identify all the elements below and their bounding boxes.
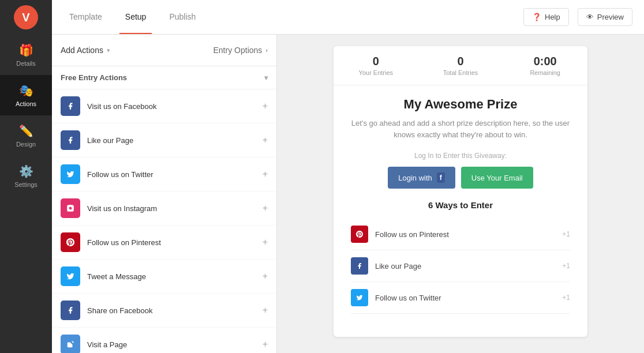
stat-total-entries: 0 Total Entries (418, 55, 503, 76)
stat-remaining: 0:00 Remaining (503, 55, 587, 76)
twitter-follow-icon (61, 164, 80, 184)
add-visit-page-button[interactable]: + (263, 339, 268, 350)
tab-template[interactable]: Template (63, 0, 108, 34)
main-area: Template Setup Publish ❓ Help 👁 Preview (52, 0, 644, 353)
sidebar-item-details[interactable]: 🎁 Details (0, 35, 52, 75)
vyper-logo-icon: V (14, 5, 38, 29)
way-twitter[interactable]: Follow us on Twitter +1 (351, 282, 570, 314)
nav-tabs: Template Setup Publish (63, 0, 201, 34)
add-actions-button[interactable]: Add Actions ▾ (61, 46, 110, 55)
facebook-like-icon (61, 130, 80, 150)
sidebar-item-settings[interactable]: ⚙️ Settings (0, 156, 52, 196)
instagram-icon (61, 198, 80, 218)
svg-text:V: V (22, 11, 30, 24)
left-panel-header: Add Actions ▾ Entry Options › (52, 35, 276, 66)
your-entries-value: 0 (334, 55, 418, 68)
fb-logo: f (437, 172, 445, 183)
sidebar-label-details: Details (16, 60, 36, 67)
sidebar: V 🎁 Details 🎭 Actions ✏️ Design ⚙️ Setti… (0, 0, 52, 353)
sidebar-label-actions: Actions (16, 100, 36, 107)
left-panel: Add Actions ▾ Entry Options › Free Entry… (52, 35, 277, 353)
giveaway-title: My Awesome Prize (351, 97, 570, 112)
settings-icon: ⚙️ (19, 164, 33, 178)
way-pinterest[interactable]: Follow us on Pinterest +1 (351, 219, 570, 250)
total-entries-label: Total Entries (418, 69, 503, 76)
action-visit-page[interactable]: Visit a Page + (52, 328, 276, 353)
action-visit-instagram[interactable]: Visit us on Instagram + (52, 191, 276, 226)
logo: V (0, 0, 52, 35)
add-follow-twitter-button[interactable]: + (263, 169, 268, 179)
entry-options-chevron-icon: › (265, 47, 268, 54)
add-share-facebook-button[interactable]: + (263, 305, 268, 316)
add-actions-chevron-icon: ▾ (107, 47, 110, 54)
add-visit-instagram-button[interactable]: + (263, 203, 268, 213)
login-label: Log In to Enter this Giveaway: (351, 152, 570, 160)
help-icon: ❓ (532, 13, 541, 21)
tab-publish[interactable]: Publish (163, 0, 201, 34)
preview-icon: 👁 (586, 13, 594, 21)
right-panel: 0 Your Entries 0 Total Entries 0:00 Rema… (277, 35, 644, 353)
way-twitter-label: Follow us on Twitter (375, 294, 555, 302)
visit-page-icon (61, 335, 80, 353)
giveaway-description: Let's go ahead and add a short prize des… (351, 118, 570, 140)
add-visit-facebook-button[interactable]: + (263, 101, 268, 111)
pinterest-way-icon (351, 226, 368, 243)
facebook-way-icon (351, 257, 368, 275)
facebook-icon (61, 96, 80, 116)
way-pinterest-points: +1 (562, 230, 570, 238)
action-share-facebook[interactable]: Share on Facebook + (52, 294, 276, 328)
actions-icon: 🎭 (19, 84, 33, 97)
way-twitter-points: +1 (562, 294, 570, 302)
sidebar-label-design: Design (16, 141, 36, 148)
login-buttons: Login with f Use Your Email (351, 167, 570, 189)
nav-actions: ❓ Help 👁 Preview (523, 8, 632, 26)
free-entry-section-header[interactable]: Free Entry Actions ▾ (52, 66, 276, 89)
action-follow-pinterest[interactable]: Follow us on Pinterest + (52, 226, 276, 260)
stats-row: 0 Your Entries 0 Total Entries 0:00 Rema… (334, 46, 587, 85)
design-icon: ✏️ (19, 124, 33, 138)
action-tweet-message[interactable]: Tweet a Message + (52, 260, 276, 294)
add-tweet-message-button[interactable]: + (263, 271, 268, 281)
top-nav: Template Setup Publish ❓ Help 👁 Preview (52, 0, 644, 35)
remaining-label: Remaining (503, 69, 587, 76)
way-facebook[interactable]: Like our Page +1 (351, 250, 570, 282)
help-button[interactable]: ❓ Help (523, 8, 569, 26)
tab-setup[interactable]: Setup (119, 0, 152, 34)
giveaway-card: 0 Your Entries 0 Total Entries 0:00 Rema… (334, 46, 587, 337)
left-panel-list: Free Entry Actions ▾ Visit us on Faceboo… (52, 66, 276, 353)
login-email-button[interactable]: Use Your Email (461, 167, 533, 189)
way-facebook-points: +1 (562, 262, 570, 270)
login-facebook-button[interactable]: Login with f (388, 167, 455, 189)
preview-button[interactable]: 👁 Preview (578, 8, 632, 26)
sidebar-label-settings: Settings (14, 181, 38, 188)
add-follow-pinterest-button[interactable]: + (263, 237, 268, 247)
way-pinterest-label: Follow us on Pinterest (375, 230, 555, 239)
free-entry-chevron-icon: ▾ (264, 74, 268, 82)
details-icon: 🎁 (19, 43, 33, 57)
stat-your-entries: 0 Your Entries (334, 55, 418, 76)
giveaway-body: My Awesome Prize Let's go ahead and add … (334, 85, 587, 325)
action-like-page[interactable]: Like our Page + (52, 123, 276, 157)
content-row: Add Actions ▾ Entry Options › Free Entry… (52, 35, 644, 353)
action-follow-twitter[interactable]: Follow us on Twitter + (52, 157, 276, 191)
ways-to-enter-title: 6 Ways to Enter (351, 200, 570, 210)
way-facebook-label: Like our Page (375, 262, 555, 271)
your-entries-label: Your Entries (334, 69, 418, 76)
facebook-share-icon (61, 301, 80, 320)
pinterest-icon (61, 232, 80, 252)
entry-options-button[interactable]: Entry Options › (214, 46, 268, 55)
twitter-way-icon (351, 289, 368, 306)
action-visit-facebook[interactable]: Visit us on Facebook + (52, 89, 276, 123)
add-like-page-button[interactable]: + (263, 135, 268, 145)
sidebar-item-actions[interactable]: 🎭 Actions (0, 75, 52, 115)
sidebar-item-design[interactable]: ✏️ Design (0, 115, 52, 156)
total-entries-value: 0 (418, 55, 503, 68)
remaining-value: 0:00 (503, 55, 587, 68)
twitter-tweet-icon (61, 266, 80, 286)
